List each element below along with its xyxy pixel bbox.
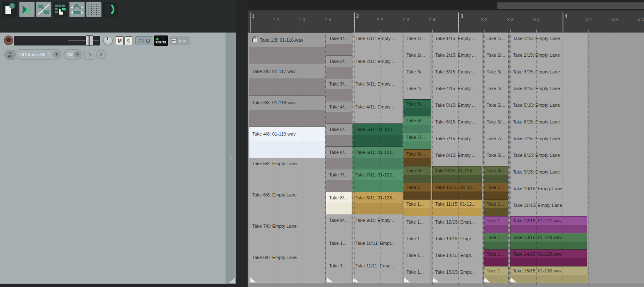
- track-number-strip[interactable]: 1: [226, 33, 236, 284]
- take-lane[interactable]: Take 7/8: Empty Lane: [249, 220, 325, 252]
- take-lane[interactable]: Take 1/11: Empty ...: [352, 33, 403, 55]
- take-lane[interactable]: Take 2/...: [326, 55, 352, 78]
- timeline-ruler[interactable]: 11.21.31.422.22.32.433.23.33.444.24.34.4: [248, 10, 644, 33]
- take-lane[interactable]: Take 1/15: Empty ...: [432, 33, 482, 49]
- take-waveform-area[interactable]: [484, 191, 508, 199]
- new-project-info-button[interactable]: i: [2, 2, 17, 17]
- phase-invert-button[interactable]: ø: [96, 50, 106, 59]
- take-lane[interactable]: Take 3/15: Empty Lane: [510, 66, 587, 83]
- take-lane[interactable]: Take 11/15: Empty Lane: [510, 199, 587, 216]
- chevron-down-icon[interactable]: ▼: [53, 51, 60, 58]
- take-lane[interactable]: Take 1/...: [484, 33, 508, 49]
- chevron-down-icon[interactable]: ▼: [74, 51, 81, 58]
- take-lane[interactable]: Take 1...: [326, 237, 352, 260]
- take-lane[interactable]: Take 1...: [484, 183, 508, 199]
- take-lane[interactable]: Take 1/8: 01-116.wav: [249, 33, 325, 64]
- take-lane[interactable]: Take 6/15: Empty ...: [432, 116, 482, 133]
- take-lane[interactable]: Take 1...: [403, 249, 431, 266]
- media-item[interactable]: Take 1/11: Empty ...Take 2/11: Empty ...…: [352, 33, 403, 283]
- take-lane[interactable]: Take 7/...: [403, 133, 431, 149]
- volume-fader-handle[interactable]: [86, 35, 93, 46]
- trim-envelope-button[interactable]: trim: [170, 36, 190, 45]
- take-waveform-area[interactable]: [510, 224, 587, 233]
- take-lane[interactable]: Take 2/15: Empty ...: [432, 49, 482, 66]
- take-lane[interactable]: Take 3/...: [484, 66, 508, 83]
- take-waveform-area[interactable]: [352, 134, 403, 146]
- fade-handle[interactable]: [433, 277, 439, 282]
- take-waveform-area[interactable]: [352, 203, 403, 215]
- mute-button[interactable]: M: [116, 36, 124, 45]
- take-lane[interactable]: Take 11/15: 01-12...: [432, 199, 482, 216]
- take-waveform-area[interactable]: [249, 47, 325, 64]
- take-waveform-area[interactable]: [326, 43, 352, 55]
- take-waveform-area[interactable]: [326, 66, 352, 78]
- take-lane[interactable]: Take 1/15: Empty Lane: [510, 33, 587, 49]
- take-lane[interactable]: Take 1/...: [326, 33, 352, 55]
- take-lane[interactable]: Take 1...: [403, 199, 431, 216]
- take-lane[interactable]: Take 11/11: Empt...: [352, 260, 403, 283]
- media-item[interactable]: Take 1/15: Empty LaneTake 2/15: Empty La…: [510, 33, 587, 283]
- ripple-edit-button[interactable]: [103, 2, 118, 17]
- take-lane[interactable]: Take 7/...: [484, 133, 508, 149]
- take-lane[interactable]: Take 7/11: 01-122...: [352, 169, 403, 192]
- take-lane[interactable]: Take 5/...: [403, 99, 431, 116]
- take-waveform-area[interactable]: [403, 208, 431, 216]
- take-lane[interactable]: Take 3/11: Empty ...: [352, 78, 403, 101]
- take-lane[interactable]: Take 5/...: [326, 123, 352, 146]
- media-item-edit-button[interactable]: [19, 2, 35, 17]
- take-waveform-area[interactable]: [403, 108, 431, 116]
- take-waveform-area[interactable]: [326, 180, 352, 192]
- take-lane[interactable]: Take 9/...: [403, 166, 431, 183]
- media-item[interactable]: Take 1/...Take 2/...Take 3/...Take 4/...…: [403, 33, 431, 283]
- take-lane[interactable]: Take 15/15: Empt...: [432, 266, 482, 283]
- take-waveform-area[interactable]: [249, 141, 325, 158]
- take-lane[interactable]: Take 8/...: [403, 149, 431, 166]
- take-waveform-area[interactable]: [432, 174, 482, 183]
- take-lane[interactable]: Take 8/8: Empty Lane: [249, 252, 325, 283]
- take-lane[interactable]: Take 9/...: [326, 214, 352, 237]
- take-lane[interactable]: Take 3/...: [326, 78, 352, 101]
- take-lane[interactable]: Take 1/...: [403, 33, 431, 49]
- take-lane[interactable]: Take 1...: [484, 233, 508, 249]
- fade-handle[interactable]: [250, 277, 256, 282]
- take-lane[interactable]: Take 3/...: [403, 66, 431, 83]
- take-lane[interactable]: Take 7/15: Empty ...: [432, 133, 482, 149]
- take-lane[interactable]: Take 5/8: Empty Lane: [249, 158, 325, 189]
- take-lane[interactable]: Take 9/15: Empty Lane: [510, 166, 587, 183]
- take-lane[interactable]: Take 8/15: Empty ...: [432, 149, 482, 166]
- take-lane[interactable]: Take 1...: [484, 216, 508, 233]
- take-lane[interactable]: Take 4/...: [326, 101, 352, 124]
- take-lane[interactable]: Take 6/11: 01-121...: [352, 146, 403, 169]
- take-waveform-area[interactable]: [326, 89, 352, 101]
- take-lane[interactable]: Take 8/...: [326, 192, 352, 215]
- take-lane[interactable]: Take 8/11: 01-123...: [352, 192, 403, 215]
- take-lane[interactable]: Take 5/...: [484, 99, 508, 116]
- take-lane[interactable]: Take 10/11: Empt...: [352, 237, 403, 260]
- fade-handle[interactable]: [484, 277, 490, 282]
- take-waveform-area[interactable]: [326, 203, 352, 215]
- take-lane[interactable]: Take 5/11: 01-120...: [352, 123, 403, 146]
- media-item[interactable]: Take 1/15: Empty ...Take 2/15: Empty ...…: [432, 33, 482, 283]
- take-lane[interactable]: Take 2/15: Empty Lane: [510, 49, 587, 66]
- take-waveform-area[interactable]: [249, 109, 325, 126]
- take-waveform-area[interactable]: [432, 191, 482, 199]
- take-lane[interactable]: Take 1...: [403, 233, 431, 249]
- panel-resize-grip[interactable]: [228, 278, 235, 283]
- horizontal-scrollbar[interactable]: [248, 0, 644, 10]
- take-lane[interactable]: Take 1...: [403, 216, 431, 233]
- take-waveform-area[interactable]: [510, 274, 587, 283]
- fade-handle[interactable]: [404, 277, 410, 282]
- take-waveform-area[interactable]: [510, 241, 587, 249]
- fade-handle[interactable]: [327, 277, 333, 282]
- take-lane[interactable]: Take 9/...: [484, 166, 508, 183]
- fx-button[interactable]: FX: [135, 36, 153, 45]
- take-lane[interactable]: Take 4/11: Empty ...: [352, 101, 403, 124]
- take-waveform-area[interactable]: [326, 134, 352, 146]
- arrange-view[interactable]: Take 1/8: 01-116.wavTake 2/8: 01-117.wav…: [248, 33, 644, 283]
- take-waveform-area[interactable]: [484, 241, 508, 249]
- fade-handle[interactable]: [510, 277, 517, 282]
- take-lane[interactable]: Take 3/8: 01-118.wav: [249, 95, 325, 126]
- take-lane[interactable]: Take 14/15: Empt...: [432, 249, 482, 266]
- take-waveform-area[interactable]: [484, 224, 508, 233]
- record-arm-button[interactable]: [4, 35, 13, 45]
